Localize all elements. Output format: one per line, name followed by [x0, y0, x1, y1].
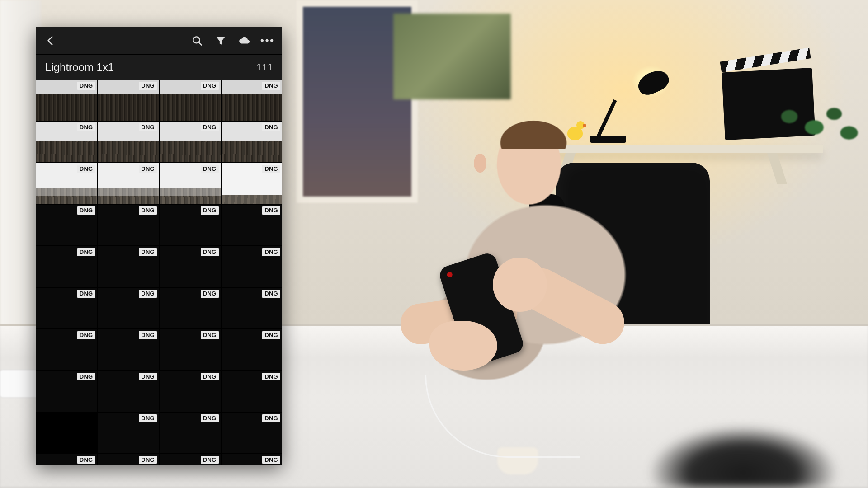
format-badge: DNG	[262, 248, 280, 256]
photo-thumbnail[interactable]: DNG	[36, 80, 97, 121]
photo-thumbnail[interactable]: DNG	[222, 371, 283, 412]
format-badge: DNG	[77, 456, 95, 464]
format-badge: DNG	[262, 123, 280, 131]
photo-thumbnail[interactable]: DNG	[222, 454, 283, 465]
photo-thumbnail[interactable]: DNG	[98, 205, 159, 245]
photo-thumbnail[interactable]: DNG	[36, 163, 97, 204]
photo-thumbnail[interactable]: DNG	[160, 80, 221, 121]
format-badge: DNG	[139, 414, 157, 422]
format-badge: DNG	[201, 373, 219, 381]
format-badge: DNG	[139, 248, 157, 256]
photo-thumbnail[interactable]: DNG	[36, 454, 97, 465]
photo-thumbnail[interactable]: DNG	[160, 288, 221, 328]
format-badge: DNG	[262, 331, 280, 339]
format-badge: DNG	[201, 206, 219, 215]
format-badge: DNG	[262, 290, 280, 298]
photo-thumbnail[interactable]: DNG	[222, 80, 283, 121]
photo-thumbnail[interactable]: DNG	[222, 246, 283, 287]
svg-line-1	[199, 42, 202, 45]
photo-thumbnail[interactable]: DNG	[98, 246, 159, 287]
photo-thumbnail[interactable]: DNG	[98, 329, 159, 370]
album-header: Lightroom 1x1 111	[36, 54, 282, 80]
photo-thumbnail[interactable]: DNG	[98, 122, 159, 162]
format-badge: DNG	[139, 82, 157, 90]
photo-thumbnail[interactable]: DNG	[98, 288, 159, 328]
format-badge: DNG	[201, 290, 219, 298]
more-options-button[interactable]: •••	[258, 31, 278, 51]
photo-grid[interactable]: DNGDNGDNGDNGDNGDNGDNGDNGDNGDNGDNGDNGDNGD…	[36, 80, 282, 465]
photo-thumbnail[interactable]: DNG	[222, 163, 283, 204]
photo-thumbnail[interactable]: DNG	[98, 80, 159, 121]
lightroom-mobile-screen: ••• Lightroom 1x1 111 DNGDNGDNGDNGDNGDNG…	[36, 27, 282, 465]
format-badge: DNG	[201, 248, 219, 256]
format-badge: DNG	[139, 290, 157, 298]
photo-thumbnail[interactable]: DNG	[160, 413, 221, 453]
format-badge: DNG	[201, 123, 219, 131]
photo-thumbnail[interactable]: DNG	[160, 454, 221, 465]
photo-thumbnail[interactable]: DNG	[160, 329, 221, 370]
photo-thumbnail[interactable]: DNG	[160, 163, 221, 204]
app-toolbar: •••	[36, 27, 282, 54]
format-badge: DNG	[77, 165, 95, 173]
format-badge: DNG	[201, 82, 219, 90]
photo-thumbnail[interactable]: DNG	[36, 205, 97, 245]
photo-thumbnail[interactable]: DNG	[160, 246, 221, 287]
format-badge: DNG	[77, 206, 95, 215]
format-badge: DNG	[77, 82, 95, 90]
format-badge: DNG	[77, 373, 95, 381]
format-badge: DNG	[262, 82, 280, 90]
format-badge: DNG	[77, 248, 95, 256]
format-badge: DNG	[139, 331, 157, 339]
photo-thumbnail[interactable]: DNG	[160, 205, 221, 245]
photo-thumbnail[interactable]: DNG	[36, 246, 97, 287]
photo-thumbnail[interactable]: DNG	[222, 122, 283, 162]
photo-thumbnail[interactable]: DNG	[36, 371, 97, 412]
format-badge: DNG	[201, 414, 219, 422]
photo-thumbnail[interactable]: DNG	[98, 163, 159, 204]
photo-thumbnail[interactable]: DNG	[160, 122, 221, 162]
format-badge: DNG	[262, 414, 280, 422]
album-photo-count: 111	[256, 61, 273, 73]
format-badge: DNG	[201, 456, 219, 464]
photo-thumbnail[interactable]: DNG	[222, 288, 283, 328]
format-badge: DNG	[201, 331, 219, 339]
more-icon: •••	[260, 35, 275, 47]
chevron-left-icon	[45, 35, 57, 47]
album-title: Lightroom 1x1	[45, 61, 114, 74]
format-badge: DNG	[77, 123, 95, 131]
photo-thumbnail[interactable]: DNG	[98, 413, 159, 453]
photo-thumbnail[interactable]: DNG	[36, 329, 97, 370]
funnel-icon	[215, 35, 226, 47]
photo-thumbnail[interactable]: DNG	[36, 122, 97, 162]
format-badge: DNG	[262, 206, 280, 215]
person-holding-phone	[398, 86, 651, 429]
format-badge: DNG	[139, 206, 157, 215]
format-badge: DNG	[262, 456, 280, 464]
filter-button[interactable]	[211, 31, 231, 51]
photo-thumbnail[interactable]: DNG	[36, 288, 97, 328]
photo-thumbnail[interactable]: DNG	[98, 454, 159, 465]
format-badge: DNG	[262, 165, 280, 173]
format-badge: DNG	[139, 165, 157, 173]
format-badge: DNG	[139, 456, 157, 464]
format-badge: DNG	[77, 331, 95, 339]
format-badge: DNG	[262, 373, 280, 381]
photo-thumbnail[interactable]: DNG	[222, 205, 283, 245]
photo-thumbnail[interactable]: DNG	[160, 371, 221, 412]
search-button[interactable]	[187, 31, 207, 51]
format-badge: DNG	[77, 290, 95, 298]
photo-thumbnail[interactable]: DNG	[98, 371, 159, 412]
cloud-icon	[238, 35, 250, 47]
format-badge: DNG	[201, 165, 219, 173]
search-icon	[191, 35, 203, 47]
back-button[interactable]	[41, 31, 61, 51]
photo-thumbnail[interactable]: DNG	[222, 413, 283, 453]
cloud-sync-button[interactable]	[234, 31, 254, 51]
photo-thumbnail[interactable]: DNG	[222, 329, 283, 370]
format-badge: DNG	[139, 373, 157, 381]
format-badge: DNG	[139, 123, 157, 131]
